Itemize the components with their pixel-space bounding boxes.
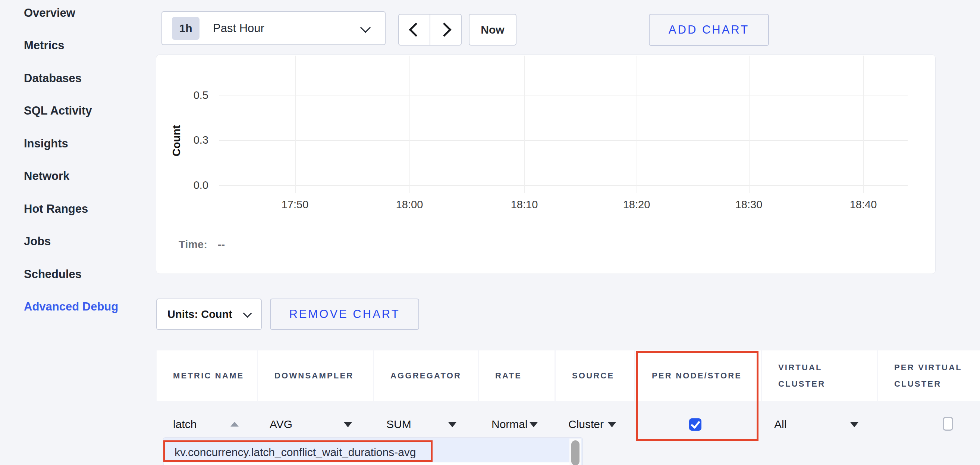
chevron-down-icon	[360, 22, 371, 33]
y-tick-label: 0.0	[171, 179, 208, 192]
x-tick-label: 18:30	[723, 198, 775, 211]
y-tick-label: 0.3	[171, 134, 208, 146]
autocomplete-next-row	[164, 462, 570, 465]
units-dropdown[interactable]: Units: Count	[156, 299, 262, 330]
chevron-down-icon	[243, 308, 252, 318]
sidebar-item-advanced-debug[interactable]: Advanced Debug	[24, 291, 151, 324]
chevron-down-icon[interactable]	[448, 422, 457, 427]
x-axis-line	[219, 185, 908, 186]
time-range-label: Past Hour	[213, 22, 264, 35]
sidebar-item-metrics[interactable]: Metrics	[24, 29, 151, 62]
dropdown-scrollbar-thumb[interactable]	[571, 440, 579, 465]
x-tick-label: 18:10	[498, 198, 550, 211]
hover-time-label: Time:	[179, 238, 207, 251]
gridline	[863, 56, 864, 193]
aggregator-select[interactable]: SUM	[387, 418, 411, 431]
virtual-cluster-select[interactable]: All	[774, 418, 786, 431]
per-node-store-checkbox[interactable]	[689, 419, 702, 431]
advanced-debug-custom-chart-page: Overview Metrics Databases SQL Activity …	[0, 0, 980, 465]
metric-name-input[interactable]: latch	[173, 418, 197, 431]
downsampler-select[interactable]: AVG	[270, 418, 292, 431]
next-time-button[interactable]	[430, 14, 462, 46]
header-metric-name: METRIC NAME	[157, 350, 257, 401]
chevron-down-icon[interactable]	[850, 422, 858, 427]
add-chart-button[interactable]: ADD CHART	[649, 14, 769, 46]
chevron-down-icon[interactable]	[608, 422, 616, 427]
gridline	[636, 56, 637, 193]
time-range-badge: 1h	[172, 17, 199, 40]
gridline	[219, 140, 908, 141]
y-tick-label: 0.5	[171, 89, 208, 102]
time-pager	[398, 14, 462, 46]
sidebar-item-overview[interactable]: Overview	[24, 0, 151, 29]
hover-time-value: --	[218, 238, 225, 251]
header-per-node-store: PER NODE/STORE	[635, 350, 761, 401]
autocomplete-suggestion[interactable]: kv.concurrency.latch_conflict_wait_durat…	[175, 446, 416, 459]
x-tick-label: 17:50	[269, 198, 321, 211]
sidebar-item-schedules[interactable]: Schedules	[24, 258, 151, 291]
metric-autocomplete-dropdown: kv.concurrency.latch_conflict_wait_durat…	[163, 437, 583, 465]
header-aggregator: AGGREGATOR	[374, 350, 478, 401]
checkmark-icon	[690, 419, 700, 429]
x-tick-label: 18:40	[837, 198, 889, 211]
sidebar-item-sql-activity[interactable]: SQL Activity	[24, 95, 151, 128]
rate-select[interactable]: Normal	[492, 418, 528, 431]
chevron-down-icon[interactable]	[344, 422, 352, 427]
sidebar-item-databases[interactable]: Databases	[24, 62, 151, 95]
header-source: SOURCE	[556, 350, 634, 401]
source-select[interactable]: Cluster	[568, 418, 604, 431]
remove-chart-button[interactable]: REMOVE CHART	[270, 299, 419, 330]
header-downsampler: DOWNSAMPLER	[258, 350, 373, 401]
hover-time-readout: Time:--	[179, 238, 225, 251]
header-per-virtual-cluster: PER VIRTUAL CLUSTER	[878, 350, 980, 401]
sidebar-item-network[interactable]: Network	[24, 160, 151, 193]
sidebar-item-insights[interactable]: Insights	[24, 127, 151, 160]
sidebar-item-hot-ranges[interactable]: Hot Ranges	[24, 193, 151, 225]
chevron-down-icon[interactable]	[530, 422, 538, 427]
sidebar-item-jobs[interactable]: Jobs	[24, 225, 151, 258]
x-tick-label: 18:20	[611, 198, 663, 211]
time-range-selector[interactable]: 1h Past Hour	[161, 11, 386, 45]
gridline	[409, 56, 410, 193]
gridline	[524, 56, 525, 193]
x-tick-label: 18:00	[383, 198, 436, 211]
custom-chart-card: Count 0.5 0.3 0.0 17:50 18:00 18:10 18:2…	[156, 54, 935, 274]
gridline	[219, 96, 908, 96]
sort-up-icon[interactable]	[231, 422, 239, 427]
header-virtual-cluster: VIRTUAL CLUSTER	[762, 350, 877, 401]
chevron-left-icon	[409, 22, 423, 37]
header-rate: RATE	[479, 350, 555, 401]
previous-time-button[interactable]	[398, 14, 430, 46]
now-button[interactable]: Now	[469, 14, 517, 46]
gridline	[295, 56, 296, 193]
gridline	[749, 56, 749, 193]
sidebar-nav: Overview Metrics Databases SQL Activity …	[24, 0, 151, 323]
chevron-right-icon	[437, 22, 451, 37]
per-virtual-cluster-checkbox[interactable]	[943, 417, 953, 431]
units-dropdown-label: Units: Count	[167, 308, 232, 321]
